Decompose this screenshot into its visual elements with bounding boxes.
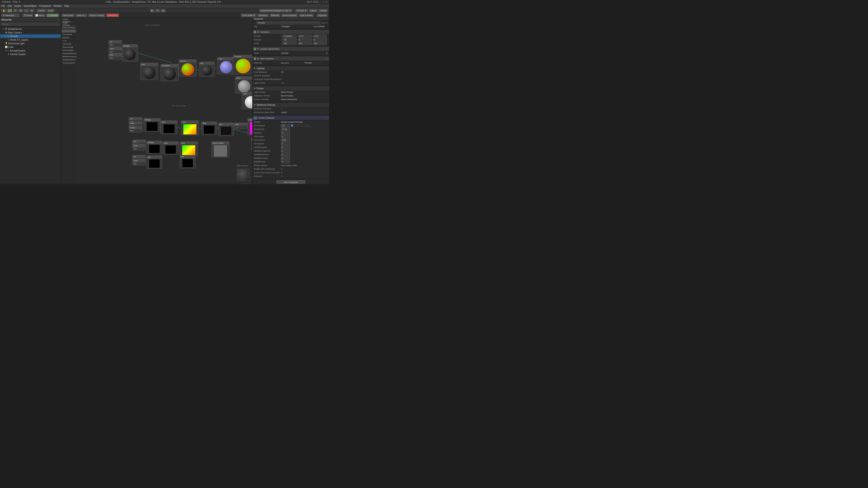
prev-settings-btn[interactable]: ⚙: [246, 183, 248, 184]
menu-gameobject[interactable]: GameObject: [24, 5, 36, 7]
prop-dissolve[interactable]: DissolveAlpha: [62, 49, 76, 52]
tool-hand[interactable]: ✋: [1, 9, 6, 12]
unity-menu[interactable]: Unity ▼: [12, 1, 20, 3]
node-b-sq1[interactable]: Mul: [147, 156, 162, 169]
node-v2[interactable]: Time Out ○: [108, 47, 122, 53]
prop-wobblefreq[interactable]: WobbleFrequency: [62, 55, 76, 58]
lighting-title[interactable]: ▼ Lighting: [252, 66, 329, 70]
node-t-sq1[interactable]: Multiply: [144, 118, 160, 132]
meshrenderer-header[interactable]: ▼ Mesh Renderer ⋮: [252, 57, 329, 61]
node-l-grad[interactable]: Lerp: [180, 141, 198, 156]
scale-x-input[interactable]: [283, 42, 296, 45]
menu-component[interactable]: Component: [39, 5, 51, 7]
main-preview-btn[interactable]: Main Preview: [299, 13, 314, 17]
dsgi-check[interactable]: □: [281, 171, 282, 174]
rot-z-input[interactable]: [313, 38, 327, 41]
layout-btn[interactable]: Default: [318, 9, 328, 12]
meshfilter-header[interactable]: ▼ Cylinder (Mesh Filter) ⋮: [252, 47, 329, 51]
hierarchy-item-tornadosystem[interactable]: ▼ ⬡ TornadoSystem: [0, 49, 61, 53]
node-sphere3[interactable]: Normalize: [160, 64, 179, 81]
tool-rotate[interactable]: ↺: [13, 9, 18, 12]
maximize-btn[interactable]: □: [323, 1, 324, 3]
contribute-gi-check[interactable]: □: [281, 78, 282, 80]
node-v3[interactable]: Pos Out ○: [108, 53, 122, 60]
graph-settings-tab[interactable]: Graph Settings: [62, 22, 76, 26]
play-btn[interactable]: ▶: [150, 9, 154, 12]
meshrenderer-options[interactable]: ⋮: [326, 58, 328, 60]
node-white1[interactable]: Lerp: [242, 92, 252, 109]
scale-z-input[interactable]: [313, 42, 327, 45]
dynamic-occlusion-check[interactable]: ✓: [281, 107, 283, 110]
rot-y-input[interactable]: [298, 38, 311, 41]
tag-value[interactable]: Untagged: [281, 25, 291, 28]
probes-title[interactable]: ▼ Probes: [252, 86, 329, 90]
tool-move[interactable]: ↔: [7, 9, 12, 12]
wobblespeed-input[interactable]: [281, 146, 290, 149]
exposure-btn[interactable]: Exposure: [257, 13, 269, 17]
center-pivot-btn[interactable]: Center: [37, 9, 46, 12]
menu-help[interactable]: Help: [64, 5, 69, 7]
torncenter-input[interactable]: [281, 135, 290, 138]
tool-rect[interactable]: ▭: [24, 9, 29, 12]
globalpower-input[interactable]: [281, 160, 290, 163]
prev-pause-btn[interactable]: ⏸: [241, 183, 243, 184]
node-sphere-gr1[interactable]: Vector3: [179, 59, 197, 76]
transform-active[interactable]: [254, 31, 256, 33]
node-l-sq1[interactable]: Multiply: [147, 141, 162, 154]
emission-check[interactable]: □: [281, 175, 282, 177]
material-header[interactable]: Tornado (Material) ⋮: [252, 116, 329, 120]
node-l-sq3[interactable]: Mul: [180, 155, 195, 168]
scene-tab-btn[interactable]: ☰ Scene: [22, 13, 33, 17]
menu-edit[interactable]: Edit: [8, 5, 11, 7]
node-t-magenta-sm[interactable]: Output: [251, 137, 252, 151]
node-v1[interactable]: UV Out ○: [108, 40, 122, 46]
account-btn[interactable]: Account ▼: [296, 9, 308, 12]
tool-custom[interactable]: ⊕: [30, 9, 34, 12]
rendering-layer-value[interactable]: Layer1: [281, 111, 328, 113]
anchor-override-value[interactable]: None (Transform): [281, 98, 328, 101]
hierarchy-item-tornado[interactable]: ▼ ⬡ Tornado: [0, 34, 61, 38]
hierarchy-item-samplescene[interactable]: ▼ 🎬 SampleScene: [0, 27, 61, 31]
tool-scale[interactable]: ⊞: [19, 9, 23, 12]
mesh-pick-btn[interactable]: ⊙: [326, 52, 328, 54]
shader-value[interactable]: Shader Graphs/Tornado: [281, 121, 328, 123]
save-as-btn[interactable]: Save As...: [75, 13, 88, 17]
menu-window[interactable]: Window: [54, 5, 62, 7]
prev-play-btn[interactable]: ▶: [239, 183, 241, 184]
resetscale-input[interactable]: [281, 128, 290, 131]
receive-shadows-check[interactable]: ✓: [281, 74, 283, 77]
gpu-instancing-check[interactable]: □: [281, 168, 282, 170]
node-b2[interactable]: Time Out ○: [132, 159, 146, 165]
mesh-value[interactable]: Cylinder: [281, 52, 326, 54]
node-t-sq4[interactable]: Mul: [218, 123, 234, 136]
pos-x-input[interactable]: [283, 35, 296, 38]
wobbleamount-input[interactable]: [281, 157, 290, 160]
node-t-magenta1[interactable]: Output: [248, 118, 252, 135]
node-t-sm1[interactable]: Add ─○─: [234, 123, 248, 129]
node-gr-large[interactable]: Combine: [233, 55, 252, 74]
hierarchy-search-input[interactable]: [1, 23, 60, 26]
prop-disabled[interactable]: Disabled/Recovery: [62, 52, 76, 55]
node-sphere2[interactable]: Add: [140, 63, 158, 80]
step-btn[interactable]: ⏭: [161, 9, 166, 12]
active-checkbox[interactable]: ✓: [254, 22, 256, 24]
billboard-btn[interactable]: Billboard: [270, 13, 280, 17]
tornado-tab-btn[interactable]: ⬡ Tornado: [46, 13, 59, 17]
node-t-sq3[interactable]: Step: [201, 122, 217, 135]
hierarchy-options-btn[interactable]: ⋮: [57, 19, 59, 21]
object-name-input[interactable]: [256, 21, 320, 24]
hierarchy-item-directionallight[interactable]: 💡 Directional Light: [0, 41, 61, 45]
meshfilter-active[interactable]: [254, 48, 256, 50]
material-options[interactable]: ⋮: [326, 117, 328, 119]
layer-value[interactable]: Default: [318, 25, 328, 28]
additional-title[interactable]: ▼ Additional Settings: [252, 103, 329, 107]
meshfilter-options[interactable]: ⋮: [326, 48, 328, 50]
hierarchy-item-worldfx[interactable]: ⬡ World_FX_aspect: [0, 38, 61, 41]
scale-y-input[interactable]: [298, 42, 311, 45]
node-mix1[interactable]: Lerp: [217, 57, 235, 74]
experimental-btn[interactable]: Experimental Packages In Use ▼: [259, 9, 292, 12]
add-component-btn[interactable]: Add Component: [276, 180, 305, 184]
node-sphere1[interactable]: Multiply: [122, 44, 138, 62]
pos-z-input[interactable]: [313, 35, 327, 38]
materials-value[interactable]: Tornado: [305, 62, 328, 64]
